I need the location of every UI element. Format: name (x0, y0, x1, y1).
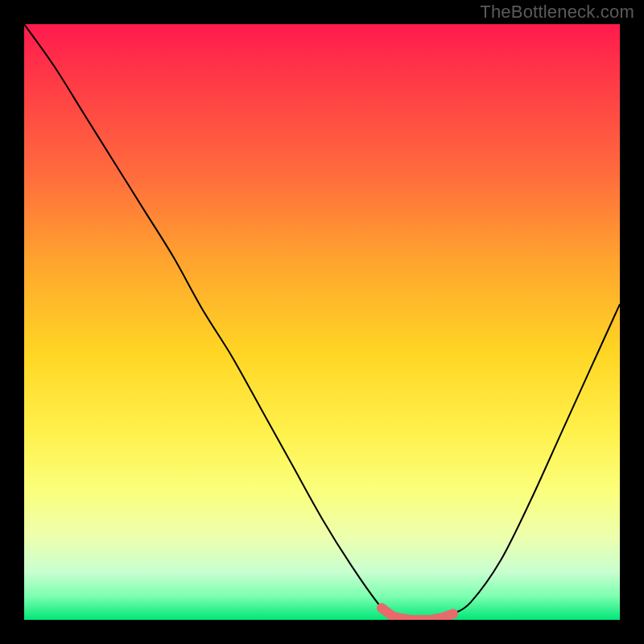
chart-svg (24, 24, 620, 620)
chart-plot-area (24, 24, 620, 620)
highlight-end-dot (448, 609, 458, 619)
attribution-label: TheBottleneck.com (480, 2, 634, 23)
highlight-segment (382, 608, 453, 620)
bottleneck-curve (24, 24, 620, 620)
